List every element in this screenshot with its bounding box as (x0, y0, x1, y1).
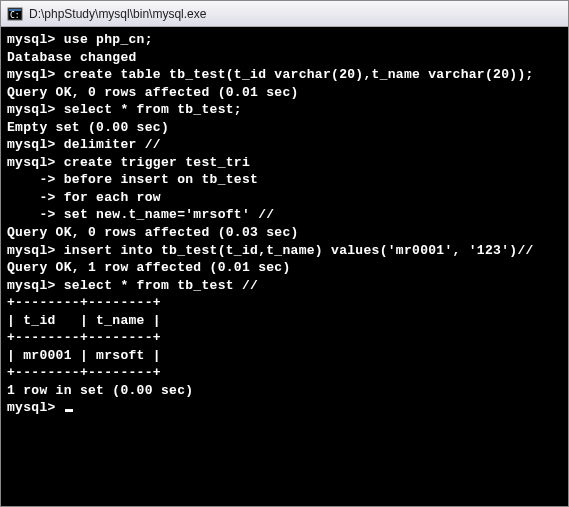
terminal-line: mysql> delimiter // (7, 136, 562, 154)
terminal-line: mysql> (7, 399, 562, 417)
terminal-output[interactable]: mysql> use php_cn;Database changedmysql>… (1, 27, 568, 506)
cursor (65, 409, 73, 412)
terminal-line: mysql> select * from tb_test // (7, 277, 562, 295)
terminal-line: Query OK, 0 rows affected (0.03 sec) (7, 224, 562, 242)
terminal-line: +--------+--------+ (7, 364, 562, 382)
title-text: D:\phpStudy\mysql\bin\mysql.exe (29, 7, 562, 21)
terminal-line: -> for each row (7, 189, 562, 207)
terminal-line: mysql> insert into tb_test(t_id,t_name) … (7, 242, 562, 260)
terminal-line: +--------+--------+ (7, 294, 562, 312)
terminal-line: Empty set (0.00 sec) (7, 119, 562, 137)
terminal-line: Database changed (7, 49, 562, 67)
terminal-line: mysql> create table tb_test(t_id varchar… (7, 66, 562, 84)
svg-text:C:: C: (10, 11, 20, 20)
terminal-line: | t_id | t_name | (7, 312, 562, 330)
terminal-line: mysql> create trigger test_tri (7, 154, 562, 172)
terminal-line: | mr0001 | mrsoft | (7, 347, 562, 365)
terminal-line: Query OK, 0 rows affected (0.01 sec) (7, 84, 562, 102)
titlebar[interactable]: C: D:\phpStudy\mysql\bin\mysql.exe (1, 1, 568, 27)
app-icon: C: (7, 6, 23, 22)
terminal-line: +--------+--------+ (7, 329, 562, 347)
terminal-line: -> set new.t_name='mrsoft' // (7, 206, 562, 224)
terminal-line: 1 row in set (0.00 sec) (7, 382, 562, 400)
terminal-line: Query OK, 1 row affected (0.01 sec) (7, 259, 562, 277)
terminal-line: -> before insert on tb_test (7, 171, 562, 189)
terminal-line: mysql> select * from tb_test; (7, 101, 562, 119)
console-window: C: D:\phpStudy\mysql\bin\mysql.exe mysql… (0, 0, 569, 507)
terminal-line: mysql> use php_cn; (7, 31, 562, 49)
